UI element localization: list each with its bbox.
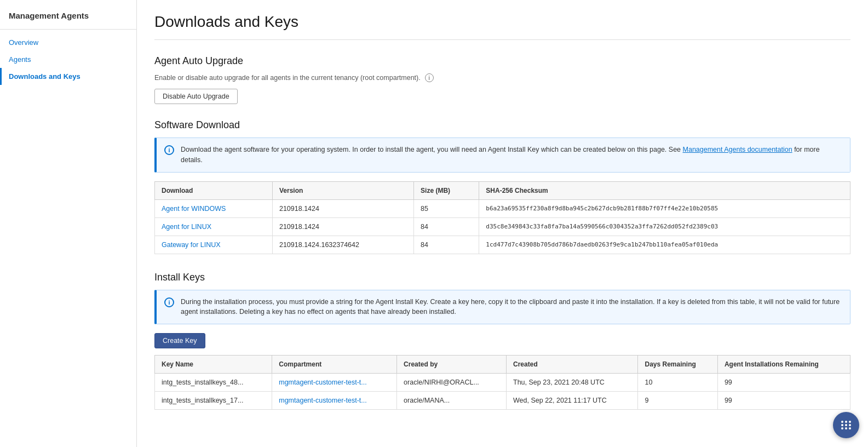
- download-link[interactable]: Agent for WINDOWS: [162, 205, 226, 213]
- management-agents-doc-link[interactable]: Management Agents documentation: [683, 146, 792, 153]
- software-download-table: Download Version Size (MB) SHA-256 Check…: [154, 181, 850, 254]
- install-keys-table: Key Name Compartment Created by Created …: [154, 355, 850, 410]
- compartment-link[interactable]: mgmtagent-customer-test-t...: [279, 379, 366, 386]
- checksum-cell: d35c8e349843c33fa8fa7ba14a5990566c030435…: [479, 217, 850, 236]
- size-cell: 85: [414, 199, 479, 217]
- created-cell: Thu, Sep 23, 2021 20:48 UTC: [507, 374, 638, 392]
- create-key-button-wrapper: Create Key: [154, 333, 850, 348]
- install-keys-info-box: i During the installation process, you m…: [154, 290, 850, 325]
- col-version: Version: [272, 181, 413, 199]
- auto-upgrade-title: Agent Auto Upgrade: [154, 55, 850, 67]
- sidebar: Management Agents Overview Agents Downlo…: [0, 0, 137, 447]
- col-days-remaining: Days Remaining: [638, 356, 717, 374]
- disable-auto-upgrade-button[interactable]: Disable Auto Upgrade: [154, 89, 238, 104]
- table-row: Gateway for LINUX 210918.1424.1632374642…: [155, 236, 850, 254]
- software-download-section: Software Download i Download the agent s…: [154, 119, 850, 254]
- col-created: Created: [507, 356, 638, 374]
- install-keys-info-text: During the installation process, you mus…: [181, 297, 842, 318]
- key-name-cell: intg_tests_installkeys_48...: [155, 374, 272, 392]
- size-cell: 84: [414, 236, 479, 254]
- key-name-cell: intg_tests_installkeys_17...: [155, 392, 272, 410]
- help-dots-icon: [841, 421, 852, 429]
- main-content: Downloads and Keys Agent Auto Upgrade En…: [137, 0, 868, 447]
- software-download-info-icon: i: [164, 145, 174, 155]
- col-checksum: SHA-256 Checksum: [479, 181, 850, 199]
- col-installations-remaining: Agent Installations Remaining: [717, 356, 850, 374]
- created-by-cell: oracle/NIRHI@ORACL...: [397, 374, 507, 392]
- days-remaining-cell: 9: [638, 392, 717, 410]
- table-row: intg_tests_installkeys_17... mgmtagent-c…: [155, 392, 850, 410]
- col-size: Size (MB): [414, 181, 479, 199]
- auto-upgrade-help-icon[interactable]: i: [425, 73, 434, 82]
- col-key-name: Key Name: [155, 356, 272, 374]
- checksum-cell: 1cd477d7c43908b705dd786b7daedb0263f9e9ca…: [479, 236, 850, 254]
- sidebar-title: Management Agents: [0, 11, 136, 30]
- download-link[interactable]: Agent for LINUX: [162, 223, 211, 231]
- installations-remaining-cell: 99: [717, 374, 850, 392]
- auto-upgrade-section: Agent Auto Upgrade Enable or disable aut…: [154, 55, 850, 104]
- checksum-cell: b6a23a69535ff230a8f9d8ba945c2b627dcb9b28…: [479, 199, 850, 217]
- sidebar-item-downloads-and-keys[interactable]: Downloads and Keys: [0, 68, 136, 85]
- version-cell: 210918.1424.1632374642: [272, 236, 413, 254]
- install-keys-title: Install Keys: [154, 272, 850, 283]
- create-key-button[interactable]: Create Key: [154, 333, 205, 348]
- created-cell: Wed, Sep 22, 2021 11:17 UTC: [507, 392, 638, 410]
- install-keys-section: Install Keys i During the installation p…: [154, 272, 850, 410]
- col-created-by: Created by: [397, 356, 507, 374]
- software-download-info-box: i Download the agent software for your o…: [154, 137, 850, 173]
- col-download: Download: [155, 181, 273, 199]
- download-link[interactable]: Gateway for LINUX: [162, 241, 221, 249]
- help-corner-button[interactable]: [833, 412, 859, 438]
- days-remaining-cell: 10: [638, 374, 717, 392]
- version-cell: 210918.1424: [272, 217, 413, 236]
- software-download-title: Software Download: [154, 119, 850, 131]
- sidebar-item-agents[interactable]: Agents: [0, 51, 136, 68]
- compartment-link[interactable]: mgmtagent-customer-test-t...: [279, 397, 366, 404]
- auto-upgrade-description: Enable or disable auto upgrade for all a…: [154, 73, 850, 82]
- software-download-info-text: Download the agent software for your ope…: [181, 145, 842, 165]
- page-title: Downloads and Keys: [154, 13, 850, 40]
- sidebar-item-overview[interactable]: Overview: [0, 34, 136, 51]
- table-row: Agent for WINDOWS 210918.1424 85 b6a23a6…: [155, 199, 850, 217]
- version-cell: 210918.1424: [272, 199, 413, 217]
- table-row: intg_tests_installkeys_48... mgmtagent-c…: [155, 374, 850, 392]
- created-by-cell: oracle/MANA...: [397, 392, 507, 410]
- installations-remaining-cell: 99: [717, 392, 850, 410]
- install-keys-info-icon: i: [164, 297, 174, 307]
- col-compartment: Compartment: [272, 356, 397, 374]
- size-cell: 84: [414, 217, 479, 236]
- table-row: Agent for LINUX 210918.1424 84 d35c8e349…: [155, 217, 850, 236]
